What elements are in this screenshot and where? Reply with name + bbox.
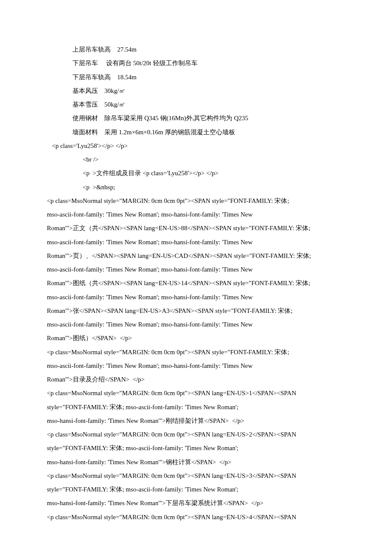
code-line: mso-ascii-font-family: 'Times New Roman'…: [47, 263, 345, 276]
code-line: Roman'">图纸（共</SPAN><SPAN lang=EN-US>14</…: [47, 276, 345, 290]
code-line: Roman'">目录及介绍</SPAN> </p>: [47, 373, 345, 386]
code-line: mso-ascii-font-family: 'Times New Roman'…: [47, 235, 345, 249]
code-line: <p class=MsoNormal style="MARGIN: 0cm 0c…: [47, 428, 345, 441]
code-line: <p >&nbsp;: [47, 180, 345, 194]
code-line: <p class=MsoNormal style="MARGIN: 0cm 0c…: [47, 510, 345, 524]
code-line: style="FONT-FAMILY: 宋体; mso-ascii-font-f…: [47, 483, 345, 496]
spec-line-wind-pressure: 基本风压 30kg/㎡: [47, 84, 345, 98]
code-line: mso-ascii-font-family: 'Times New Roman'…: [47, 318, 345, 331]
code-line: mso-hansi-font-family: 'Times New Roman'…: [47, 455, 345, 469]
code-line: Roman'">张</SPAN><SPAN lang=EN-US>A3</SPA…: [47, 304, 345, 318]
code-line: mso-ascii-font-family: 'Times New Roman'…: [47, 290, 345, 304]
code-line: <p class=MsoNormal style="MARGIN: 0cm 0c…: [47, 386, 345, 400]
code-line: mso-ascii-font-family: 'Times New Roman'…: [47, 359, 345, 373]
spec-line-steel: 使用钢材 除吊车梁采用 Q345 钢(16Mn)外,其它构件均为 Q235: [47, 111, 345, 125]
code-line: mso-ascii-font-family: 'Times New Roman'…: [47, 208, 345, 221]
spec-line-lower-crane: 下层吊车 设有两台 50t/20t 轻级工作制吊车: [47, 56, 345, 70]
code-line: <p class=MsoNormal style="MARGIN: 0cm 0c…: [47, 345, 345, 359]
code-line: style="FONT-FAMILY: 宋体; mso-ascii-font-f…: [47, 441, 345, 455]
spec-line-snow-pressure: 基本雪压 50kg/㎡: [47, 98, 345, 111]
spec-line-wall-material: 墙面材料 采用 1.2m×6m×0.16m 厚的钢筋混凝土空心墙板: [47, 125, 345, 139]
document-page: 上层吊车轨高 27.54m 下层吊车 设有两台 50t/20t 轻级工作制吊车 …: [0, 0, 392, 555]
spec-line-lower-crane-rail: 下层吊车轨高 18.54m: [47, 70, 345, 84]
code-line: <p class='Lyu258'></p> </p>: [47, 139, 345, 153]
code-line: <p class=MsoNormal style="MARGIN: 0cm 0c…: [47, 469, 345, 483]
code-line: Roman'">页）、</SPAN><SPAN lang=EN-US>CAD</…: [47, 249, 345, 263]
code-line: Roman'">图纸）</SPAN> </p>: [47, 331, 345, 345]
code-line: Roman'">正文（共</SPAN><SPAN lang=EN-US>88</…: [47, 221, 345, 235]
code-line: <br />: [47, 153, 345, 166]
code-line: mso-hansi-font-family: 'Times New Roman'…: [47, 496, 345, 510]
code-line: <p >文件组成及目录 <p class='Lyu258'></p> </p>: [47, 166, 345, 180]
spec-line-upper-crane-rail: 上层吊车轨高 27.54m: [47, 43, 345, 56]
code-line: <p class=MsoNormal style="MARGIN: 0cm 0c…: [47, 194, 345, 208]
code-line: mso-hansi-font-family: 'Times New Roman'…: [47, 414, 345, 428]
code-line: style="FONT-FAMILY: 宋体; mso-ascii-font-f…: [47, 400, 345, 414]
